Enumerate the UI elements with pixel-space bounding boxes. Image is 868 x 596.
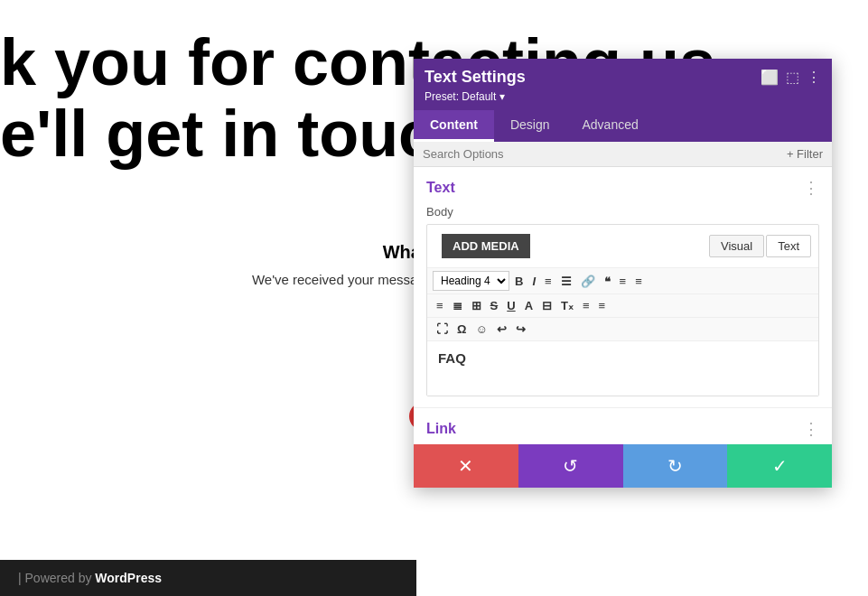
table-button[interactable]: ⊞ [468, 297, 485, 314]
ul-button[interactable]: ≡ [541, 273, 555, 290]
underline-button[interactable]: U [503, 297, 518, 314]
clear-format-button[interactable]: Tₓ [557, 297, 577, 314]
page-footer: | Powered by WordPress [0, 560, 416, 596]
more-icon[interactable]: ⋮ [807, 69, 821, 86]
panel-title-row: Text Settings ⬜ ⬚ ⋮ [425, 68, 821, 87]
tab-content[interactable]: Content [414, 110, 494, 142]
expand-icon[interactable]: ⬜ [761, 69, 779, 86]
link-button[interactable]: 🔗 [577, 273, 599, 290]
text-section-header: Text ⋮ [414, 167, 832, 203]
fullscreen-button[interactable]: ⛶ [433, 321, 452, 338]
panel-header: Text Settings ⬜ ⬚ ⋮ Preset: Default ▾ [414, 59, 832, 110]
ol-button[interactable]: ☰ [557, 273, 575, 290]
panel-title: Text Settings [425, 68, 526, 87]
align-left-button[interactable]: ≡ [616, 273, 630, 290]
redo-button[interactable]: ↻ [623, 444, 728, 488]
indent-button[interactable]: ≡ [579, 297, 593, 314]
text-tab-btn[interactable]: Text [766, 235, 811, 257]
tab-design[interactable]: Design [494, 110, 566, 142]
italic-button[interactable]: I [528, 273, 539, 290]
emoji-button[interactable]: ☺ [471, 321, 490, 338]
heading-select[interactable]: Heading 4 [433, 271, 509, 291]
link-section-title: Link [426, 421, 456, 437]
text-section-title: Text [426, 180, 455, 196]
link-section-menu[interactable]: ⋮ [803, 419, 819, 439]
preset-arrow: ▾ [499, 90, 505, 103]
toolbar-row-2: ≡ ≣ ⊞ S U A ⊟ Tₓ ≡ ≡ [427, 294, 818, 318]
text-settings-panel: Text Settings ⬜ ⬚ ⋮ Preset: Default ▾ Co… [414, 59, 832, 488]
body-label: Body [414, 203, 832, 224]
wordpress-brand: WordPress [95, 571, 162, 585]
outdent-button[interactable]: ≡ [595, 297, 610, 314]
strikethrough-button[interactable]: S [487, 297, 502, 314]
align-right-button[interactable]: ≡ [631, 273, 646, 290]
text-section-menu[interactable]: ⋮ [803, 178, 819, 198]
font-color-button[interactable]: A [521, 297, 537, 314]
paste-button[interactable]: ⊟ [538, 297, 555, 314]
search-input[interactable] [423, 147, 787, 161]
redo-toolbar-button[interactable]: ↪ [512, 321, 529, 338]
editor-content[interactable]: FAQ [427, 341, 818, 396]
save-button[interactable]: ✓ [727, 444, 832, 488]
align-left2-button[interactable]: ≡ [433, 297, 447, 314]
visual-tab-btn[interactable]: Visual [709, 235, 764, 257]
reset-button[interactable]: ↺ [518, 444, 623, 488]
panel-title-icons: ⬜ ⬚ ⋮ [761, 69, 821, 86]
bold-button[interactable]: B [511, 273, 527, 290]
panel-tabs: Content Design Advanced [414, 110, 832, 142]
panel-search-bar: + Filter [414, 142, 832, 167]
add-media-button[interactable]: ADD MEDIA [442, 234, 530, 258]
link-section-header: Link ⋮ [414, 407, 832, 444]
panel-body: Text ⋮ Body ADD MEDIA Visual Text Headin… [414, 167, 832, 444]
cancel-button[interactable]: ✕ [414, 444, 518, 488]
panel-preset[interactable]: Preset: Default ▾ [425, 90, 821, 103]
filter-button[interactable]: + Filter [787, 147, 823, 161]
undo-button[interactable]: ↩ [493, 321, 510, 338]
editor-area: ADD MEDIA Visual Text Heading 4 B I ≡ ☰ … [426, 224, 819, 396]
blockquote-button[interactable]: ❝ [601, 273, 614, 290]
special-char-button[interactable]: Ω [453, 321, 470, 338]
align-center2-button[interactable]: ≣ [449, 297, 466, 314]
columns-icon[interactable]: ⬚ [786, 69, 799, 86]
toolbar-row-3: ⛶ Ω ☺ ↩ ↪ [427, 318, 818, 341]
tab-advanced[interactable]: Advanced [565, 110, 654, 142]
toolbar-row-1: Heading 4 B I ≡ ☰ 🔗 ❝ ≡ ≡ [427, 268, 818, 294]
panel-actions: ✕ ↺ ↻ ✓ [414, 444, 832, 488]
